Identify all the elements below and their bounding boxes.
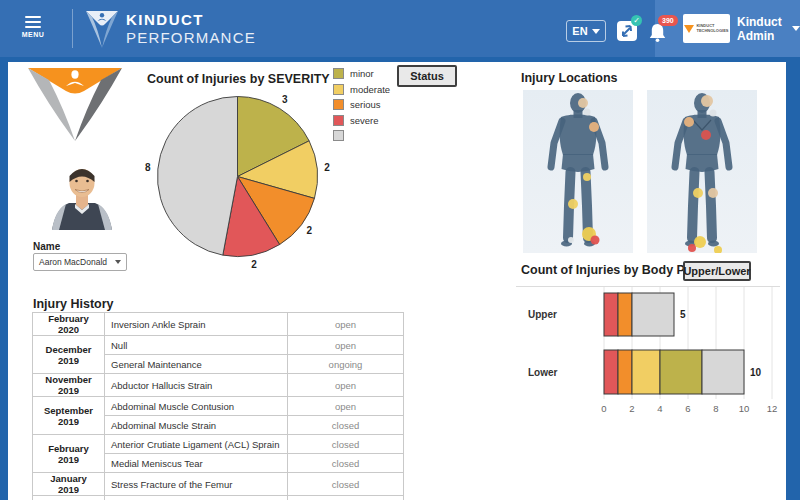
status-cell: open [288,336,404,355]
date-cell: November 2019 [33,374,105,397]
injury-cell: Abdominal Muscle Strain [105,416,288,435]
hamburger-icon [25,16,41,19]
menu-button[interactable]: MENU [16,13,50,45]
injury-cell: Abductor Hallucis Strain [105,374,288,397]
menu-label: MENU [16,31,50,38]
date-cell: February 2019 [33,435,105,473]
status-cell: ongoing [288,355,404,374]
svg-text:5: 5 [680,309,686,320]
table-row[interactable]: February 2020Inversion Ankle Sprainopen [33,313,404,336]
legend-label: minor [350,68,374,79]
date-cell: January 2019 [33,473,105,496]
org-logo-button[interactable]: KINDUCT TECHNOLOGIES [683,14,730,43]
language-label: EN [572,25,587,37]
injury-cell: Null [105,336,288,355]
bodypart-chart-title: Count of Injuries by Body Part [521,263,701,277]
legend-item[interactable]: moderate [333,82,390,98]
table-row[interactable]: February 2019Anterior Crutiate Ligament … [33,435,404,454]
injury-cell: Anterior Crutiate Ligament (ACL) Sprain [105,435,288,454]
date-cell: September 2019 [33,397,105,435]
svg-text:3: 3 [282,94,288,105]
athlete-select-value: Aaron MacDonald [39,257,107,267]
top-nav-bar: MENU KINDUCT PERFORMANCE EN ✓ [0,0,800,57]
svg-text:2: 2 [629,403,634,414]
status-cell: open [288,374,404,397]
date-cell: February 2020 [33,313,105,336]
legend-swatch [333,130,344,141]
legend-item[interactable]: severe [333,113,390,129]
table-row[interactable]: Concussionclosed [33,496,404,500]
svg-text:2: 2 [324,162,330,173]
injury-cell: General Maintenance [105,355,288,374]
injury-cell: Medial Meniscus Tear [105,454,288,473]
check-badge-icon: ✓ [631,15,642,26]
chevron-down-icon [592,29,600,34]
svg-text:2: 2 [251,259,257,270]
severity-pie-chart[interactable]: 32228 [135,74,340,279]
table-row[interactable]: September 2019Abdominal Muscle Contusion… [33,397,404,416]
status-filter-button[interactable]: Status [397,65,457,87]
status-cell: open [288,313,404,336]
chevron-down-icon [792,26,800,31]
status-cell: closed [288,435,404,454]
body-figure-back[interactable] [647,90,757,253]
injury-cell: Inversion Ankle Sprain [105,313,288,336]
legend-swatch [333,84,344,95]
svg-text:10: 10 [739,403,750,414]
brand-line2: PERFORMANCE [126,29,256,46]
user-account-dropdown[interactable]: Kinduct Admin [737,0,800,57]
legend-item[interactable] [333,128,390,144]
injury-history-table: February 2020Inversion Ankle SprainopenD… [32,312,404,500]
legend-swatch [333,68,344,79]
severity-legend: minormoderateserioussevere [333,66,390,144]
svg-text:6: 6 [685,403,690,414]
athlete-select[interactable]: Aaron MacDonald [33,253,127,271]
status-cell: open [288,397,404,416]
svg-text:0: 0 [601,403,606,414]
date-cell: December 2019 [33,336,105,374]
injury-locations-title: Injury Locations [521,71,618,85]
org-logo-text: KINDUCT TECHNOLOGIES [696,24,728,33]
injury-cell: Stress Fracture of the Femur [105,473,288,496]
svg-text:Lower: Lower [528,367,558,378]
kinduct-brand-icon [84,9,120,49]
body-back-silhouette [647,90,757,253]
athlete-photo [42,158,122,230]
injury-history-title: Injury History [33,297,114,311]
status-cell: closed [288,496,404,500]
legend-label: severe [350,115,379,126]
legend-swatch [333,99,344,110]
notification-count-badge: 390 [658,15,678,26]
svg-text:8: 8 [713,403,718,414]
table-row[interactable]: January 2019Stress Fracture of the Femur… [33,473,404,496]
injury-cell: Abdominal Muscle Contusion [105,397,288,416]
kinduct-logo [20,64,130,144]
legend-label: serious [350,99,381,110]
svg-text:12: 12 [767,403,778,414]
status-cell: closed [288,454,404,473]
legend-item[interactable]: serious [333,97,390,113]
org-logo-icon [684,25,694,33]
legend-item[interactable]: minor [333,66,390,82]
data-transfer-button[interactable]: ✓ [616,20,642,46]
status-cell: closed [288,416,404,435]
svg-text:Upper: Upper [528,309,557,320]
app-window: MENU KINDUCT PERFORMANCE EN ✓ [0,0,800,500]
svg-text:2: 2 [307,225,313,236]
status-cell: closed [288,473,404,496]
body-figure-front[interactable] [523,90,633,253]
table-row[interactable]: December 2019Nullopen [33,336,404,355]
upper-lower-filter-button[interactable]: Upper/Lower [683,261,751,281]
language-dropdown[interactable]: EN [566,20,606,42]
body-front-silhouette [523,90,633,253]
bodypart-bar-chart[interactable]: 024681012Upper5Lower10 [516,287,784,427]
svg-text:10: 10 [750,367,762,378]
legend-swatch [333,115,344,126]
name-filter-label: Name [33,241,60,252]
notifications-button[interactable]: 390 [648,22,668,44]
brand-line1: KINDUCT [126,11,256,28]
injury-cell: Concussion [105,496,288,500]
table-row[interactable]: November 2019Abductor Hallucis Strainope… [33,374,404,397]
user-menu-label: Kinduct Admin [737,15,786,43]
svg-text:4: 4 [657,403,662,414]
